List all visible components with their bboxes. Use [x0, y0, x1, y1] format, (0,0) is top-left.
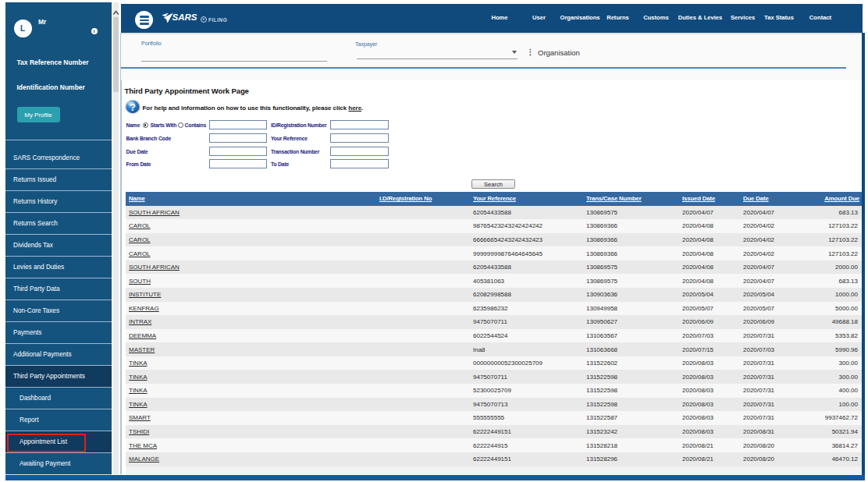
svg-text:?: ?	[130, 101, 136, 112]
